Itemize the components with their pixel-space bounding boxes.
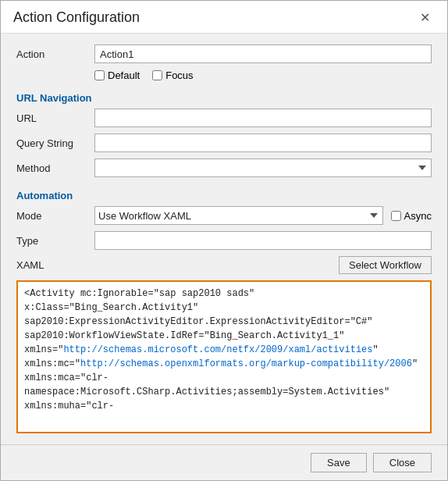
focus-checkbox[interactable]: [152, 70, 162, 80]
close-button[interactable]: Close: [373, 453, 432, 472]
xaml-row: XAML Select Workflow: [16, 256, 432, 274]
url-label: URL: [16, 112, 94, 124]
mode-row: Mode Use Workflow XAML None Custom Async: [16, 206, 432, 225]
method-select[interactable]: GET POST PUT DELETE: [94, 159, 432, 177]
focus-label: Focus: [165, 69, 193, 81]
dialog-footer: Save Close: [1, 444, 447, 480]
checkbox-row: Default Focus: [94, 69, 432, 81]
focus-checkbox-item[interactable]: Focus: [152, 69, 193, 81]
async-checkbox[interactable]: [391, 211, 401, 221]
query-string-row: Query String: [16, 134, 432, 152]
automation-section-label: Automation: [16, 190, 432, 201]
default-label: Default: [108, 69, 140, 81]
mode-select[interactable]: Use Workflow XAML None Custom: [94, 206, 383, 225]
type-input[interactable]: [94, 231, 432, 250]
title-bar: Action Configuration ✕: [1, 1, 447, 34]
async-checkbox-item[interactable]: Async: [391, 210, 432, 222]
xaml-content-box: <Activity mc:Ignorable="sap sap2010 sads…: [16, 280, 432, 433]
action-input[interactable]: [94, 45, 432, 63]
default-checkbox-item[interactable]: Default: [94, 69, 140, 81]
action-label: Action: [16, 48, 94, 60]
xaml-label: XAML: [16, 259, 94, 271]
xaml-textarea[interactable]: <Activity mc:Ignorable="sap sap2010 sads…: [18, 282, 430, 415]
select-workflow-button[interactable]: Select Workflow: [339, 256, 432, 274]
method-label: Method: [16, 162, 94, 174]
async-label: Async: [404, 210, 432, 222]
dialog-content: Action Default Focus URL Navigation URL …: [1, 34, 447, 444]
dialog-close-button[interactable]: ✕: [415, 9, 435, 27]
url-input[interactable]: [94, 109, 432, 127]
mode-label: Mode: [16, 210, 94, 222]
url-row: URL: [16, 109, 432, 127]
save-button[interactable]: Save: [311, 453, 367, 472]
type-row: Type: [16, 231, 432, 250]
dialog-title: Action Configuration: [13, 9, 140, 26]
query-string-label: Query String: [16, 137, 94, 149]
action-configuration-dialog: Action Configuration ✕ Action Default Fo…: [0, 0, 448, 481]
action-row: Action: [16, 45, 432, 63]
mode-select-wrap: Use Workflow XAML None Custom Async: [94, 206, 432, 225]
method-row: Method GET POST PUT DELETE: [16, 159, 432, 177]
type-label: Type: [16, 235, 94, 247]
default-checkbox[interactable]: [94, 70, 105, 80]
query-string-input[interactable]: [94, 134, 432, 152]
url-navigation-section-label: URL Navigation: [16, 92, 432, 104]
